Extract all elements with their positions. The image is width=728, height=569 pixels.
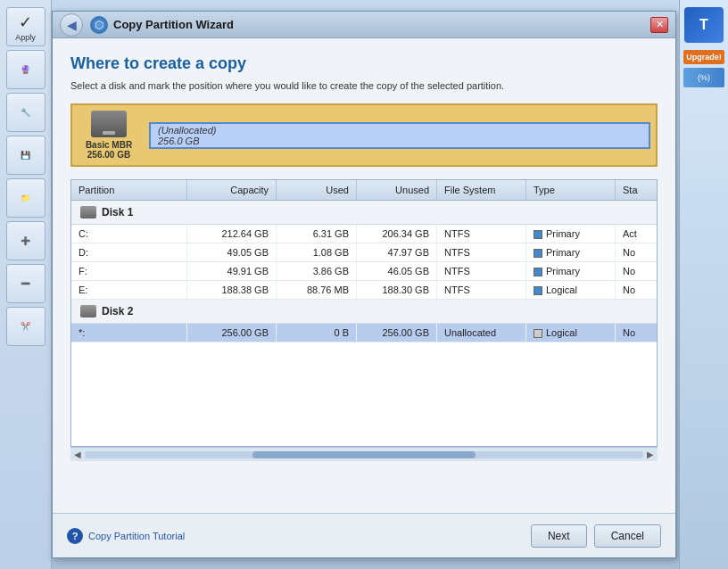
cell-status: Act — [616, 225, 658, 243]
type-color — [534, 249, 542, 258]
cell-status: No — [616, 281, 658, 299]
toolbar-btn-2[interactable]: 🔮 — [6, 50, 46, 89]
scroll-thumb[interactable] — [252, 451, 476, 458]
disk-bar-selected[interactable]: (Unallocated) 256.0 GB — [149, 122, 650, 149]
scroll-left-arrow[interactable]: ◀ — [74, 449, 81, 459]
bar-label: (Unallocated) — [158, 125, 216, 136]
col-capacity: Capacity — [187, 180, 277, 200]
toolbar-btn-7[interactable]: ➖ — [6, 264, 46, 303]
cell-type: Logical — [526, 324, 616, 342]
wizard-title-icon: ⬡ — [90, 16, 108, 34]
toolbar-btn-5[interactable]: 📁 — [6, 178, 46, 218]
cell-fs: Unallocated — [437, 324, 526, 342]
cell-partition: *: — [71, 324, 187, 342]
upgrade-badge[interactable]: Upgrade! — [683, 50, 724, 64]
cell-status: No — [616, 262, 658, 280]
disk-icon — [91, 111, 127, 137]
table-row[interactable]: E: 188.38 GB 88.76 MB 188.30 GB NTFS Log… — [71, 281, 657, 300]
next-button[interactable]: Next — [531, 524, 587, 548]
brand-progress-bar: (%) — [683, 68, 724, 87]
brand-bar-text: (%) — [698, 73, 710, 82]
cell-status: No — [616, 243, 658, 261]
table-row[interactable]: C: 212.64 GB 6.31 GB 206.34 GB NTFS Prim… — [71, 225, 657, 243]
partition-icon: ⬡ — [95, 19, 103, 31]
help-link-text: Copy Partition Tutorial — [88, 531, 185, 541]
table-row[interactable]: D: 49.05 GB 1.08 GB 47.97 GB NTFS Primar… — [71, 243, 657, 262]
cell-type: Primary — [526, 225, 616, 243]
disk1-icon — [80, 206, 96, 219]
cell-used: 88.76 MB — [277, 281, 357, 299]
type-color — [534, 286, 542, 295]
table-row[interactable]: F: 49.91 GB 3.86 GB 46.05 GB NTFS Primar… — [71, 262, 657, 281]
disk2-icon — [80, 305, 96, 317]
brand-logo: T — [684, 7, 724, 43]
col-filesystem: File System — [437, 180, 526, 200]
disk-name: Basic MBR — [86, 140, 132, 150]
cell-partition: D: — [71, 243, 187, 261]
cell-fs: NTFS — [437, 243, 526, 261]
cell-partition: F: — [71, 262, 187, 280]
cell-unused: 256.00 GB — [357, 324, 437, 342]
cell-unused: 46.05 GB — [357, 262, 437, 280]
cell-unused: 47.97 GB — [357, 243, 437, 261]
wizard-heading: Where to create a copy — [70, 54, 658, 73]
cell-type: Primary — [526, 243, 616, 261]
cell-used: 3.86 GB — [277, 262, 357, 280]
apply-label: Apply — [15, 33, 36, 42]
back-button[interactable]: ◀ — [60, 13, 83, 37]
left-toolbar: ✓ Apply 🔮 🔧 💾 📁 ➕ ➖ ✂️ — [0, 0, 52, 569]
toolbar-btn-6[interactable]: ➕ — [6, 221, 46, 260]
brand-panel: T Upgrade! (%) — [679, 0, 728, 569]
toolbar-btn-8[interactable]: ✂️ — [6, 307, 46, 346]
dialog-content: Where to create a copy Select a disk and… — [53, 38, 675, 470]
type-color — [534, 268, 542, 276]
unallocated-label: (Unallocated) 256.0 GB — [158, 125, 216, 146]
dialog-title: Copy Partition Wizard — [113, 18, 650, 31]
cell-capacity: 49.91 GB — [187, 262, 277, 280]
table-row[interactable]: *: 256.00 GB 0 B 256.00 GB Unallocated L… — [71, 324, 657, 342]
cell-capacity: 212.64 GB — [187, 225, 277, 243]
disk1-label: Disk 1 — [102, 206, 133, 219]
col-partition: Partition — [71, 180, 187, 200]
close-button[interactable]: ✕ — [650, 17, 668, 33]
tool-icon-1: 🔧 — [21, 108, 30, 117]
apply-button[interactable]: ✓ Apply — [6, 7, 46, 46]
tool-icon-3: 📁 — [21, 194, 30, 202]
col-used: Used — [277, 180, 357, 200]
cell-type: Logical — [526, 281, 616, 299]
scroll-right-arrow[interactable]: ▶ — [647, 449, 654, 459]
tool-icon-2: 💾 — [21, 151, 30, 160]
tool-icon-6: ✂️ — [21, 322, 30, 331]
cancel-button[interactable]: Cancel — [594, 524, 661, 548]
cell-type: Primary — [526, 262, 616, 280]
disk2-header: Disk 2 — [71, 300, 657, 324]
cell-fs: NTFS — [437, 281, 526, 299]
type-color — [534, 329, 542, 338]
help-link[interactable]: Copy Partition Tutorial — [88, 531, 185, 541]
bar-size: 256.0 GB — [158, 136, 199, 146]
table-header: Partition Capacity Used Unused File Syst… — [71, 180, 657, 201]
scroll-track[interactable] — [85, 451, 643, 458]
cell-unused: 206.34 GB — [357, 225, 437, 243]
disk2-label: Disk 2 — [102, 305, 133, 317]
cell-capacity: 49.05 GB — [187, 243, 277, 261]
cell-fs: NTFS — [437, 225, 526, 243]
dialog-titlebar: ◀ ⬡ Copy Partition Wizard ✕ — [53, 12, 675, 38]
toolbar-btn-4[interactable]: 💾 — [6, 136, 46, 175]
cell-partition: E: — [71, 281, 187, 299]
disk-selector[interactable]: Basic MBR 256.00 GB (Unallocated) 256.0 … — [70, 103, 658, 167]
tool-icon-5: ➖ — [21, 279, 30, 288]
checkmark-icon: ✓ — [19, 12, 32, 32]
help-icon: ? — [67, 528, 83, 544]
col-type: Type — [526, 180, 616, 200]
toolbar-btn-3[interactable]: 🔧 — [6, 93, 46, 132]
back-arrow-icon: ◀ — [67, 18, 77, 32]
dialog-window: ◀ ⬡ Copy Partition Wizard ✕ Where to cre… — [52, 11, 676, 558]
col-unused: Unused — [357, 180, 437, 200]
cell-partition: C: — [71, 225, 187, 243]
disk-icon-block: Basic MBR 256.00 GB — [78, 111, 140, 160]
horizontal-scrollbar[interactable]: ◀ ▶ — [70, 447, 658, 461]
cell-used: 6.31 GB — [277, 225, 357, 243]
cell-unused: 188.30 GB — [357, 281, 437, 299]
partition-table: Partition Capacity Used Unused File Syst… — [70, 179, 658, 447]
